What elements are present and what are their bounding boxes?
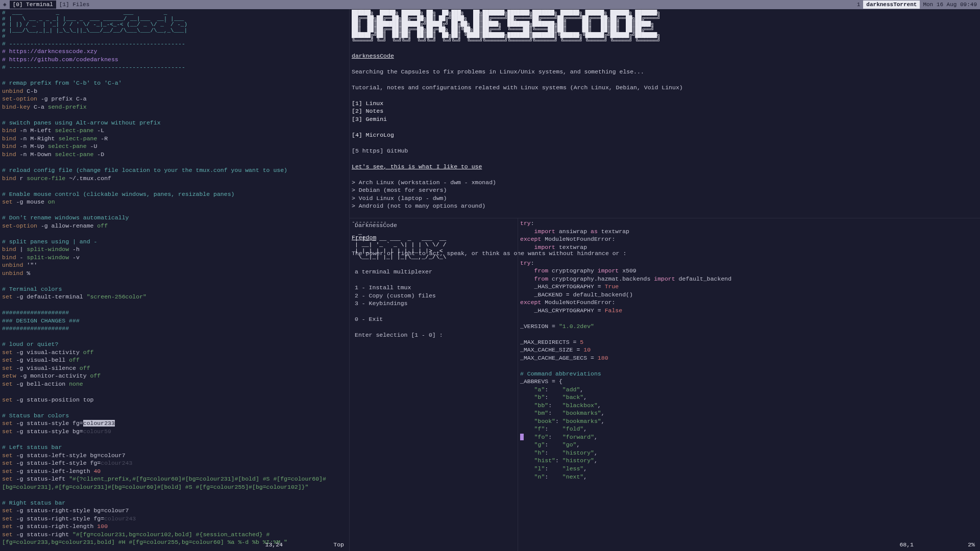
- gemini-link[interactable]: [1] Linux: [352, 99, 978, 108]
- ascii-banner-darknesscode: ██████╗ █████╗ ██████╗ ██╗ ██╗███╗ ██╗██…: [352, 10, 978, 44]
- comment: # Don't rename windows automatically: [2, 214, 347, 222]
- config-line: set -g bell-action none: [2, 380, 347, 388]
- gemini-text: Tutorial, notes and configurations relat…: [352, 84, 978, 92]
- config-line: set -g status-right-style fg=colour243: [2, 515, 347, 523]
- comment: # Status bar colors: [2, 412, 347, 420]
- menu-item[interactable]: 2 - Copy (custom) files: [355, 292, 512, 300]
- comment: # Right status bar: [2, 499, 347, 507]
- pane-shell-menu[interactable]: DarknessCode _ | |_ _ __ ___ _ ___ __ | …: [350, 218, 518, 551]
- config-line: unbind %: [2, 269, 347, 278]
- comment: # split panes using | and -: [2, 238, 347, 246]
- cursor: [520, 434, 524, 440]
- separator: # --------------------------------------…: [2, 40, 347, 48]
- config-line: set -g mouse on: [2, 198, 347, 206]
- comment: # Left status bar: [2, 443, 347, 452]
- shell-prompt[interactable]: Enter selection [1 - 0] :: [355, 331, 512, 339]
- code-line: _MAX_CACHE_AGE_SECS = 180: [520, 354, 978, 362]
- pane-gemini-browser[interactable]: ██████╗ █████╗ ██████╗ ██╗ ██╗███╗ ██╗██…: [350, 9, 980, 218]
- config-line: bind -n M-Right select-pane -R: [2, 135, 347, 143]
- gemini-heading: Let's see, this is what I like to use: [352, 163, 978, 171]
- config-line: unbind C-b: [2, 87, 347, 95]
- tmux-window-0[interactable]: [0] Terminal: [10, 1, 56, 9]
- vim-cursor-pos: 13,24: [265, 541, 283, 549]
- config-line: set -g status-left-style fg=colour243: [2, 459, 347, 467]
- code-line: from cryptography.hazmat.backends import…: [520, 275, 978, 283]
- bottom-row: DarknessCode _ | |_ _ __ ___ _ ___ __ | …: [350, 218, 980, 551]
- config-line: bind -n M-Up select-pane -U: [2, 142, 347, 151]
- code-line: from cryptography import x509: [520, 267, 978, 275]
- vim-cursor-pos: 68,1: [899, 541, 914, 549]
- statusbar-right: 1 darknessTorrent Mon 16 Aug 09:49: [854, 1, 980, 9]
- config-line: unbind '"': [2, 261, 347, 269]
- tmux-window-1[interactable]: [1] Files: [56, 1, 92, 9]
- url-line: # https://darkncesscode.xzy: [2, 47, 347, 56]
- vim-scroll-pos: 2%: [968, 541, 975, 549]
- config-line: set-option -g prefix C-a: [2, 95, 347, 103]
- config-line: set -g status-position top: [2, 396, 347, 404]
- code-line: "l": "less",: [520, 465, 978, 473]
- statusbar-left: ◈ [0] Terminal [1] Files: [0, 1, 854, 9]
- gemini-bullet: > Void Linux (laptop - dwm): [352, 194, 978, 203]
- ascii-logo-darknesscode: # ___ _ ___ _ # | \ __ _ _ _| |___ _ ___…: [2, 10, 347, 40]
- code-line: _HAS_CRYPTOGRAPHY = False: [520, 307, 978, 315]
- gemini-link[interactable]: [2] Notes: [352, 107, 978, 115]
- config-line: set -g visual-bell off: [2, 356, 347, 364]
- menu-item[interactable]: 3 - Keybindings: [355, 299, 512, 308]
- config-line: bind r source-file ~/.tmux.conf: [2, 174, 347, 183]
- tmux-statusbar: ◈ [0] Terminal [1] Files 1 darknessTorre…: [0, 0, 980, 9]
- url-line: # https://github.com/codedarkness: [2, 56, 347, 64]
- code-line: "n": "next",: [520, 473, 978, 481]
- gemini-text: Searching the Capsules to fix problems i…: [352, 68, 978, 76]
- code-line: _MAX_REDIRECTS = 5: [520, 338, 978, 346]
- vim-scroll-pos: Top: [333, 541, 344, 549]
- config-line: set -g status-right-length 100: [2, 522, 347, 531]
- comment: # reload config file (change file locati…: [2, 166, 347, 174]
- config-line: set -g status-left-length 40: [2, 467, 347, 475]
- code-line: try:: [520, 259, 978, 267]
- code-line: except ModuleNotFoundError:: [520, 235, 978, 243]
- config-line: set -g status-left "#{?client_prefix,#[f…: [2, 475, 347, 491]
- gemini-link[interactable]: [3] Gemini: [352, 115, 978, 123]
- design-sep: ###################: [2, 309, 347, 317]
- code-line: _HAS_CRYPTOGRAPHY = True: [520, 283, 978, 291]
- comment: # loud or quiet?: [2, 340, 347, 348]
- shell-title: DarknessCode: [355, 221, 512, 230]
- menu-item[interactable]: 1 - Install tmux: [355, 284, 512, 292]
- config-line: set -g status-right "#[fg=colour231,bg=c…: [2, 531, 347, 546]
- pane-vim-python[interactable]: try: import ansiwrap as textwrap except …: [518, 218, 980, 551]
- code-line: "fo": "forward",: [520, 433, 978, 441]
- main-layout: # ___ _ ___ _ # | \ __ _ _ _| |___ _ ___…: [0, 9, 980, 551]
- clock: Mon 16 Aug 09:49: [920, 1, 980, 9]
- comment: # switch panes using Alt-arrow without p…: [2, 119, 347, 127]
- ascii-logo-tmux: _ | |_ _ __ ___ _ ___ __ | __| '_ ` _ \|…: [355, 230, 512, 260]
- comment: # Terminal colors: [2, 285, 347, 293]
- code-line: "h": "history",: [520, 449, 978, 457]
- config-line: bind | split-window -h: [2, 245, 347, 254]
- code-line: "book": "bookmarks",: [520, 417, 978, 425]
- config-line: bind-key C-a send-prefix: [2, 103, 347, 111]
- gemini-link[interactable]: [4] MicroLog: [352, 131, 978, 139]
- comment: # Command abbreviations: [520, 370, 978, 378]
- code-line: "f": "fold",: [520, 425, 978, 433]
- config-line: set -g visual-silence off: [2, 364, 347, 372]
- code-line: _BACKEND = default_backend(): [520, 291, 978, 299]
- code-line: except ModuleNotFoundError:: [520, 298, 978, 307]
- code-line: "g": "go",: [520, 441, 978, 449]
- right-column: ██████╗ █████╗ ██████╗ ██╗ ██╗███╗ ██╗██…: [350, 9, 980, 551]
- code-line: "hist": "history",: [520, 457, 978, 465]
- code-line: _MAX_CACHE_SIZE = 10: [520, 346, 978, 354]
- code-line: "b": "back",: [520, 393, 978, 402]
- design-sep: ###################: [2, 324, 347, 333]
- config-line: set -g status-right-style bg=colour7: [2, 507, 347, 515]
- session-count: 1: [854, 1, 864, 9]
- code-line: "bb": "blackbox",: [520, 402, 978, 410]
- menu-item[interactable]: 0 - Exit: [355, 315, 512, 323]
- pane-vim-tmuxconf[interactable]: # ___ _ ___ _ # | \ __ _ _ _| |___ _ ___…: [0, 9, 350, 551]
- design-title: ### DESIGN CHANGES ###: [2, 317, 347, 325]
- gemini-bullet: > Arch Linux (workstation - dwm - xmonad…: [352, 179, 978, 187]
- config-line: bind -n M-Left select-pane -L: [2, 127, 347, 135]
- code-line: try:: [520, 219, 978, 228]
- session-icon: ◈: [0, 1, 10, 9]
- gemini-link[interactable]: [5 https] GitHub: [352, 147, 978, 155]
- config-line: set -g default-terminal "screen-256color…: [2, 293, 347, 301]
